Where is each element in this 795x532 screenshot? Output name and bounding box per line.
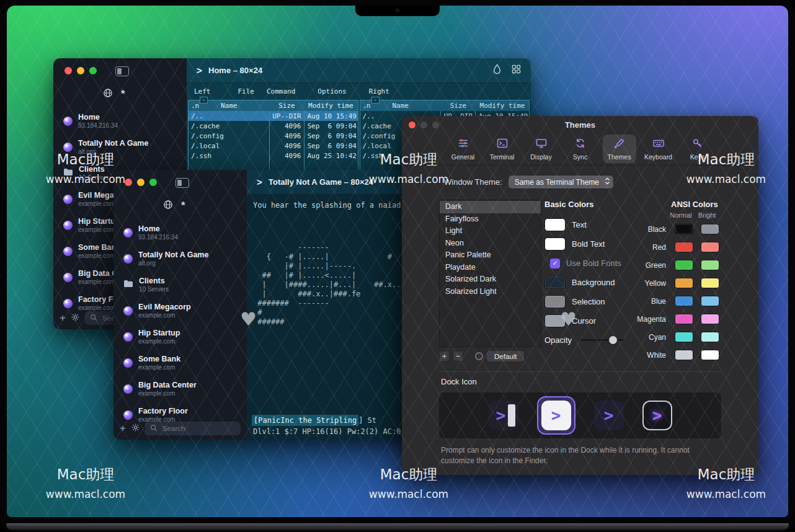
ansi-magenta-normal-swatch[interactable] (675, 314, 693, 324)
theme-options-circle-icon[interactable] (475, 352, 483, 360)
tab-display[interactable]: Display (525, 135, 558, 163)
server-item-big-data-center[interactable]: Big Data Centerexample.com (113, 376, 247, 402)
mc-menu-file[interactable]: File (238, 87, 255, 95)
server-group-clients[interactable]: Clients10 Servers (113, 272, 247, 298)
theme-item-playdate[interactable]: Playdate (440, 262, 541, 274)
search-field[interactable] (145, 422, 241, 435)
ansi-cyan-bright-swatch[interactable] (701, 332, 719, 342)
tab-sync[interactable]: Sync (564, 135, 597, 163)
minimize-button[interactable] (77, 67, 84, 74)
tab-themes-selected[interactable]: Themes (603, 135, 636, 163)
tab-general[interactable]: General (446, 135, 480, 163)
server-item-home[interactable]: Home93.184.216.34 (53, 108, 187, 134)
theme-item-panic-palette[interactable]: Panic Palette (440, 249, 541, 262)
ansi-white-normal-swatch[interactable] (675, 350, 693, 360)
ansi-green-bright-swatch[interactable] (701, 260, 719, 270)
minimize-button[interactable] (420, 122, 427, 128)
search-input[interactable] (161, 424, 236, 433)
dock-icon-option-1[interactable]: > (489, 401, 518, 430)
close-button[interactable] (409, 122, 415, 128)
mc-menubar: Left File Command Options Right (187, 83, 531, 99)
window-theme-row: Window Theme: Same as Terminal Theme (444, 175, 613, 188)
ansi-cyan-normal-swatch[interactable] (675, 332, 693, 342)
minimize-button[interactable] (137, 179, 144, 186)
cursor-color-well[interactable] (544, 314, 566, 327)
zoom-button[interactable] (432, 122, 439, 128)
zoom-button[interactable] (89, 67, 97, 74)
gear-icon[interactable] (71, 313, 80, 324)
server-item-some-bank[interactable]: Some Bankexample.com (113, 350, 247, 376)
asterisk-icon[interactable]: * (121, 90, 125, 99)
use-bold-fonts-checkbox[interactable]: ✓ (550, 259, 560, 268)
server-item-home[interactable]: Home93.184.216.34 (113, 219, 247, 246)
theme-item-solarized-dark[interactable]: Solarized Dark (440, 273, 541, 286)
mc-file-row[interactable]: /.local4096Sep 6 09:04 (189, 141, 358, 151)
ansi-magenta-bright-swatch[interactable] (701, 314, 719, 324)
ansi-black-normal-swatch[interactable] (675, 224, 693, 234)
background-color-well[interactable] (544, 276, 566, 289)
tab-terminal[interactable]: Terminal (486, 135, 519, 163)
mc-menu-options[interactable]: Options (318, 87, 346, 95)
mc-menu-right[interactable]: Right (369, 87, 389, 95)
mc-menu-command[interactable]: Command (267, 87, 295, 95)
mc-file-row[interactable]: /.config4096Sep 6 09:04 (189, 131, 358, 141)
opacity-slider-knob[interactable] (609, 336, 617, 344)
gear-icon[interactable] (131, 423, 140, 435)
ansi-yellow-normal-swatch[interactable] (675, 278, 693, 288)
settings-toolbar: General Terminal Display Sync Themes (402, 133, 758, 164)
tab-keys[interactable]: Keys (681, 135, 714, 163)
window-theme-popup[interactable]: Same as Terminal Theme (509, 175, 613, 188)
opacity-slider[interactable] (580, 339, 624, 341)
window-controls (409, 122, 439, 128)
game-message: You hear the splashing of a naiad. (253, 201, 406, 210)
ansi-blue-normal-swatch[interactable] (675, 296, 693, 306)
theme-item-neon[interactable]: Neon (440, 237, 541, 250)
add-server-button[interactable]: + (120, 423, 126, 433)
add-theme-button[interactable]: + (439, 351, 450, 361)
tab-keyboard[interactable]: Keyboard (642, 135, 675, 163)
default-theme-button[interactable]: Default (486, 350, 525, 362)
mc-file-row[interactable]: /.cache4096Sep 6 09:04 (189, 121, 358, 131)
theme-item-light[interactable]: Light (440, 225, 541, 237)
mc-menu-left[interactable]: Left (194, 87, 211, 95)
close-button[interactable] (64, 67, 72, 74)
asterisk-icon[interactable]: * (181, 202, 185, 210)
ink-droplet-icon[interactable] (492, 64, 502, 77)
server-icon (63, 195, 73, 204)
ansi-blue-bright-swatch[interactable] (701, 296, 719, 306)
dock-icon-option-4[interactable]: > (642, 401, 672, 430)
dock-icon-option-2-selected[interactable]: > (537, 396, 575, 435)
theme-item-solarized-light[interactable]: Solarized Light (440, 286, 541, 298)
globe-icon[interactable] (163, 200, 173, 212)
theme-item-fairyfloss[interactable]: Fairyfloss (440, 213, 541, 226)
mc-file-row[interactable]: /..UP--DIRAug 10 15:49 (189, 111, 358, 121)
server-item-hip-startup[interactable]: Hip Startupexample.com (113, 324, 247, 350)
dock-icon-option-3[interactable]: > (594, 401, 624, 430)
bold-text-color-well[interactable] (544, 237, 566, 250)
sidebar-toggle-icon[interactable] (115, 66, 129, 76)
mc-file-row[interactable]: /.ssh4096Aug 25 10:42 (189, 151, 358, 161)
ansi-white-bright-swatch[interactable] (701, 350, 719, 360)
server-item-game[interactable]: Totally Not A Gamealt.org (113, 246, 247, 272)
ansi-black-bright-swatch[interactable] (701, 224, 719, 234)
tiles-grid-icon[interactable] (512, 64, 521, 76)
basic-colors-header: Basic Colors (544, 200, 637, 209)
text-color-well[interactable] (544, 218, 566, 231)
remove-theme-button[interactable]: − (453, 351, 463, 361)
sidebar-toggle-icon[interactable] (175, 178, 189, 188)
ansi-green-normal-swatch[interactable] (675, 260, 693, 270)
selection-color-well[interactable] (544, 295, 566, 308)
server-item-game[interactable]: Totally Not A Gamealt.org (53, 134, 187, 160)
theme-item-dark-selected[interactable]: Dark (440, 201, 541, 213)
server-icon (63, 247, 73, 256)
globe-icon[interactable] (103, 88, 113, 100)
keyboard-icon (652, 137, 665, 152)
add-server-button[interactable]: + (60, 313, 66, 323)
server-item-evil-megacorp[interactable]: Evil Megacorpexample.com (113, 298, 247, 324)
zoom-button[interactable] (149, 179, 157, 186)
text-color-row: Text (544, 215, 637, 234)
ansi-red-normal-swatch[interactable] (675, 242, 693, 252)
ansi-yellow-bright-swatch[interactable] (701, 278, 719, 288)
close-button[interactable] (125, 179, 132, 186)
ansi-red-bright-swatch[interactable] (701, 242, 719, 252)
